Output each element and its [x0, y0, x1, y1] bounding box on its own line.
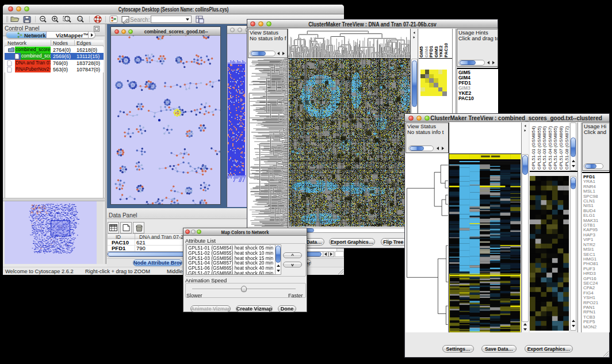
svg-text:1:1: 1:1	[78, 18, 82, 21]
